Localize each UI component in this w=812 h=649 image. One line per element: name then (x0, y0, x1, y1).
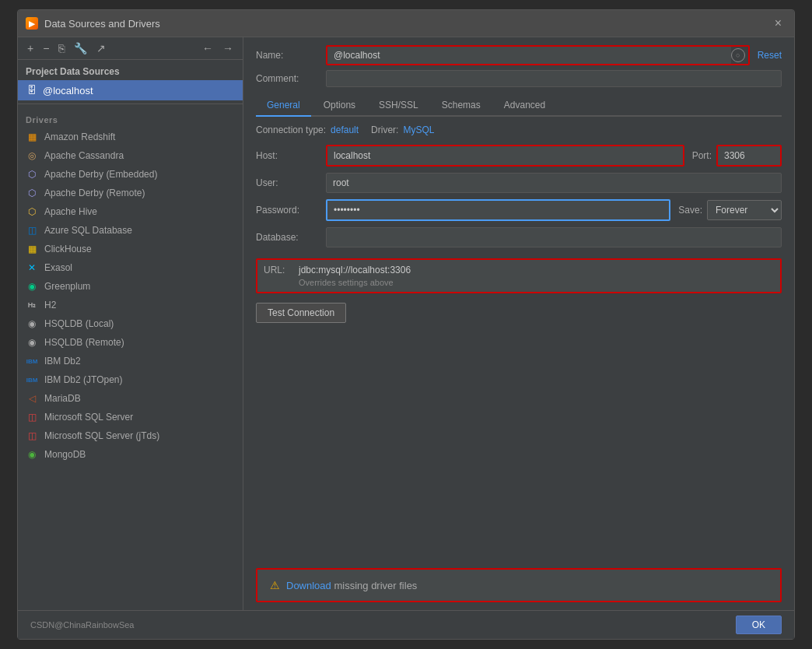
driver-mongodb[interactable]: ◉ MongoDB (18, 445, 243, 464)
tab-ssh-ssl[interactable]: SSH/SSL (368, 95, 429, 117)
ok-button[interactable]: OK (736, 616, 782, 634)
password-input-wrap (326, 199, 670, 221)
dialog: ▶ Data Sources and Drivers × + − ⎘ 🔧 ↗ ←… (17, 9, 795, 640)
driver-icon: ⬡ (26, 187, 38, 199)
driver-name: Apache Cassandra (44, 150, 124, 161)
url-label: URL: (264, 265, 291, 275)
driver-name: H2 (44, 300, 56, 310)
main-content: + − ⎘ 🔧 ↗ ← → Project Data Sources 🗄 @lo… (18, 37, 794, 610)
right-panel: Name: ○ Reset Comment: General Options S… (243, 37, 794, 610)
driver-icon: ⬡ (26, 168, 38, 181)
comment-input[interactable] (326, 70, 782, 87)
title-bar: ▶ Data Sources and Drivers × (18, 10, 794, 37)
driver-icon: ◫ (26, 411, 38, 423)
user-input[interactable] (326, 173, 782, 193)
download-link[interactable]: Download (286, 580, 331, 591)
driver-icon: ◫ (26, 430, 38, 442)
name-input[interactable] (327, 47, 731, 64)
status-text: CSDN@ChinaRainbowSea (30, 620, 730, 630)
driver-name: Microsoft SQL Server (44, 412, 133, 423)
datasource-localhost[interactable]: 🗄 @localhost (18, 80, 243, 100)
driver-exasol[interactable]: ✕ Exasol (18, 258, 243, 277)
drivers-label: Drivers (18, 111, 243, 128)
driver-apache-cassandra[interactable]: ◎ Apache Cassandra (18, 146, 243, 165)
port-wrap: Port: (692, 145, 782, 167)
connection-type-row: Connection type: default Driver: MySQL (256, 125, 782, 135)
driver-value[interactable]: MySQL (403, 125, 434, 135)
driver-azure-sql[interactable]: ◫ Azure SQL Database (18, 221, 243, 240)
name-input-box: ○ (326, 45, 750, 65)
app-icon: ▶ (26, 17, 38, 30)
driver-name: Apache Hive (44, 206, 97, 217)
host-input-wrap (326, 145, 684, 167)
connection-type-value[interactable]: default (331, 125, 359, 135)
driver-name: IBM Db2 (JTOpen) (44, 374, 122, 385)
tabs: General Options SSH/SSL Schemas Advanced (256, 95, 782, 117)
driver-hsqldb-local[interactable]: ◉ HSQLDB (Local) (18, 314, 243, 333)
driver-ibm-db2-jtopen[interactable]: IBM IBM Db2 (JTOpen) (18, 370, 243, 389)
driver-name: Apache Derby (Remote) (44, 188, 145, 198)
download-banner: ⚠ Download missing driver files (256, 568, 782, 602)
driver-clickhouse[interactable]: ▦ ClickHouse (18, 240, 243, 258)
forward-button[interactable]: → (219, 40, 236, 56)
driver-greenplum[interactable]: ◉ Greenplum (18, 277, 243, 296)
driver-hsqldb-remote[interactable]: ◉ HSQLDB (Remote) (18, 333, 243, 352)
driver-apache-hive[interactable]: ⬡ Apache Hive (18, 202, 243, 221)
driver-mariadb[interactable]: ◁ MariaDB (18, 389, 243, 408)
driver-ibm-db2[interactable]: IBM IBM Db2 (18, 352, 243, 370)
driver-mssql-jtds[interactable]: ◫ Microsoft SQL Server (jTds) (18, 426, 243, 445)
project-sources-label: Project Data Sources (18, 60, 243, 80)
config-button[interactable]: 🔧 (71, 40, 90, 56)
copy-button[interactable]: ⎘ (55, 40, 68, 56)
password-input[interactable] (327, 201, 669, 219)
datasource-name: @localhost (43, 85, 93, 96)
datasource-icon: 🗄 (26, 84, 38, 96)
back-button[interactable]: ← (199, 40, 216, 56)
driver-name: Greenplum (44, 281, 90, 292)
host-port-row: Host: Port: (256, 145, 782, 167)
database-input[interactable] (326, 227, 782, 247)
tab-general[interactable]: General (256, 95, 311, 117)
host-input[interactable] (327, 146, 683, 165)
save-select[interactable]: Forever Until restart Never (707, 200, 782, 220)
host-label: Host: (256, 150, 318, 161)
driver-name: MongoDB (44, 449, 86, 460)
tab-options[interactable]: Options (313, 95, 366, 117)
driver-icon: ▦ (26, 131, 38, 143)
driver-icon: ⬡ (26, 205, 38, 218)
url-hint: Overrides settings above (264, 278, 774, 287)
drivers-section: Drivers ▦ Amazon Redshift ◎ Apache Cassa… (18, 107, 243, 464)
driver-h2[interactable]: H₂ H2 (18, 296, 243, 314)
url-row: URL: jdbc:mysql://localhost:3306 (264, 265, 774, 275)
url-value: jdbc:mysql://localhost:3306 (299, 265, 774, 275)
name-clear-button[interactable]: ○ (731, 48, 745, 62)
driver-icon: ✕ (26, 261, 38, 274)
add-button[interactable]: + (24, 40, 37, 56)
close-button[interactable]: × (770, 15, 786, 32)
driver-name: Microsoft SQL Server (jTds) (44, 430, 159, 441)
driver-icon: ◁ (26, 392, 38, 405)
driver-apache-derby-embedded[interactable]: ⬡ Apache Derby (Embedded) (18, 165, 243, 184)
export-button[interactable]: ↗ (93, 40, 109, 56)
driver-icon: IBM (26, 374, 38, 386)
bottom-bar: CSDN@ChinaRainbowSea OK (18, 610, 794, 639)
driver-mssql[interactable]: ◫ Microsoft SQL Server (18, 408, 243, 426)
port-input[interactable] (718, 146, 780, 165)
test-connection-wrap: Test Connection (256, 303, 782, 335)
url-section: URL: jdbc:mysql://localhost:3306 Overrid… (256, 258, 782, 293)
driver-icon: H₂ (26, 299, 38, 311)
tab-advanced[interactable]: Advanced (493, 95, 556, 117)
driver-amazon-redshift[interactable]: ▦ Amazon Redshift (18, 128, 243, 146)
save-label: Save: (678, 205, 702, 216)
left-panel: + − ⎘ 🔧 ↗ ← → Project Data Sources 🗄 @lo… (18, 37, 243, 610)
name-row: Name: ○ Reset (256, 45, 782, 65)
remove-button[interactable]: − (40, 40, 52, 56)
driver-apache-derby-remote[interactable]: ⬡ Apache Derby (Remote) (18, 184, 243, 202)
driver-name: ClickHouse (44, 244, 92, 254)
reset-button[interactable]: Reset (758, 50, 782, 61)
tab-schemas[interactable]: Schemas (431, 95, 492, 117)
driver-icon: ◉ (26, 336, 38, 349)
test-connection-button[interactable]: Test Connection (256, 303, 346, 323)
toolbar: + − ⎘ 🔧 ↗ ← → (18, 37, 243, 60)
password-label: Password: (256, 205, 318, 216)
